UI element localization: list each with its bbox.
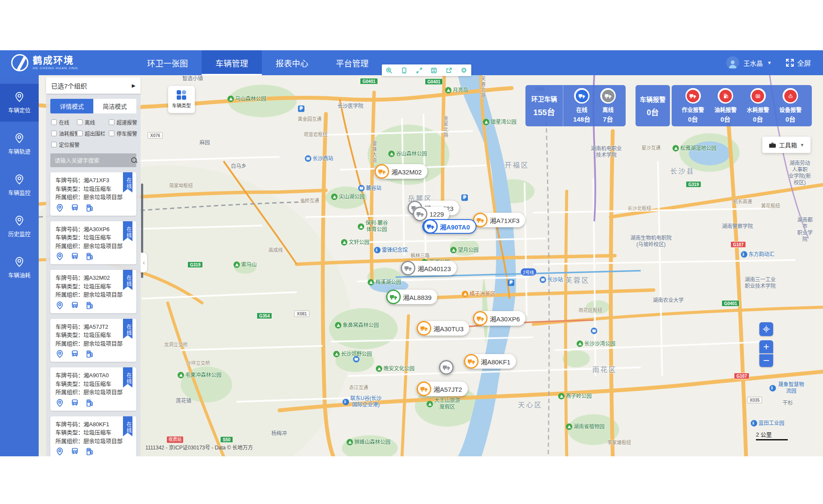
- fullscreen-button[interactable]: 全屏: [786, 58, 811, 68]
- fuel-icon[interactable]: [86, 204, 94, 212]
- checkbox-icon[interactable]: [51, 119, 57, 125]
- panel-collapse-handle[interactable]: ‹: [141, 253, 147, 272]
- filter-checkbox[interactable]: 在线: [51, 119, 77, 126]
- zoom-search-icon[interactable]: [386, 67, 393, 74]
- sidebar-item[interactable]: 车辆定位: [0, 84, 39, 122]
- offline-truck-icon: [600, 88, 616, 104]
- track-icon[interactable]: [71, 350, 79, 358]
- filter-checkbox[interactable]: 超出围栏: [77, 130, 109, 137]
- share-icon[interactable]: [445, 67, 452, 74]
- search-icon[interactable]: [131, 157, 137, 163]
- checkbox-icon[interactable]: [77, 131, 83, 136]
- zoom-in-button[interactable]: +: [759, 340, 773, 353]
- settings-icon[interactable]: ⚙: [460, 67, 467, 74]
- locate-pin-icon[interactable]: [55, 447, 64, 456]
- checkbox-icon[interactable]: [109, 119, 114, 125]
- track-icon[interactable]: [71, 301, 79, 310]
- track-icon[interactable]: [71, 399, 79, 407]
- vehicle-card[interactable]: 车牌号码：湘A90TA0 车辆类型：垃圾压缩车 所属组织：厨余垃圾项目部 在线: [50, 367, 136, 411]
- vehicle-marker[interactable]: 湘A90TA0: [422, 219, 476, 234]
- vehicle-card[interactable]: 车牌号码：湘A32M02 车辆类型：垃圾压缩车 所属组织：厨余垃圾项目部 在线: [50, 270, 136, 313]
- vehicle-marker[interactable]: 湘A57JT2: [417, 382, 468, 396]
- map-scale: 2 公里: [756, 430, 788, 440]
- locate-button[interactable]: [759, 322, 773, 336]
- road-shield: G107: [734, 373, 749, 379]
- mode-tab[interactable]: 简洁模式: [93, 99, 136, 113]
- track-icon[interactable]: [71, 204, 79, 212]
- vehicle-marker[interactable]: 湘A80KF1: [464, 354, 516, 369]
- filter-checkbox[interactable]: 停车报警: [109, 130, 137, 137]
- poi-icon: [331, 194, 338, 200]
- user-name[interactable]: 王水晶: [743, 58, 763, 67]
- chevron-down-icon[interactable]: ▼: [767, 60, 772, 65]
- zoom-out-button[interactable]: −: [759, 354, 773, 367]
- nav-tab[interactable]: 环卫一张图: [133, 50, 202, 75]
- filter-checkbox[interactable]: 油耗报警: [51, 130, 77, 137]
- alarm-total-value: 0台: [647, 106, 659, 117]
- avatar-icon[interactable]: [726, 56, 739, 69]
- vehicle-marker[interactable]: 湘AD40123: [401, 261, 457, 275]
- checkbox-icon[interactable]: [51, 131, 57, 136]
- sidebar-item[interactable]: 历史监控: [0, 208, 39, 245]
- vehicle-card[interactable]: 车牌号码：湘A57JT2 车辆类型：垃圾压缩车 所属组织：厨余垃圾项目部 在线: [50, 319, 136, 362]
- fuel-icon[interactable]: [86, 252, 94, 261]
- filter-checkbox[interactable]: 离线: [77, 119, 109, 126]
- alarm-stat: 设备报警 0台: [779, 88, 802, 123]
- track-icon[interactable]: [71, 252, 79, 261]
- vehicle-plate-label: 湘A80KF1: [481, 357, 510, 366]
- map-canvas[interactable]: 智造小镇 乌山森林公园 长沙医学院 黄金园互通 月亮岛 银星湾公园 观音岩枢纽 …: [39, 75, 823, 456]
- org-selector-header[interactable]: 已选7个组织 ▶: [46, 77, 141, 94]
- fuel-icon[interactable]: [86, 447, 94, 456]
- fuel-icon[interactable]: [86, 350, 94, 358]
- checkbox-icon[interactable]: [109, 131, 114, 136]
- filter-checkbox[interactable]: 定位报警: [51, 141, 77, 148]
- vehicle-plate-label: 湘AL8839: [403, 293, 432, 302]
- fuel-icon[interactable]: [86, 301, 94, 310]
- search-input[interactable]: [54, 157, 131, 164]
- vehicle-marker[interactable]: 湘A32M02: [375, 164, 427, 179]
- poi-icon: [461, 195, 468, 201]
- vehicle-org: 厨余垃圾项目部: [83, 194, 123, 200]
- sidebar-item[interactable]: 车辆轨迹: [0, 125, 39, 163]
- track-icon[interactable]: [71, 447, 79, 456]
- poi-icon: [462, 291, 468, 297]
- locate-pin-icon[interactable]: [55, 301, 64, 310]
- locate-pin-icon[interactable]: [55, 399, 64, 407]
- filter-checkbox[interactable]: 超速报警: [109, 119, 137, 126]
- poi-icon: [343, 399, 349, 405]
- sidebar-item[interactable]: 车辆油耗: [0, 249, 39, 287]
- search-box[interactable]: [50, 153, 136, 167]
- vehicle-marker[interactable]: 湘A71XF3: [473, 213, 525, 227]
- vehicle-marker[interactable]: 湘A30TU3: [417, 321, 469, 336]
- checkbox-icon[interactable]: [77, 119, 83, 125]
- vehicle-card[interactable]: 车牌号码：湘A80KF1 车辆类型：垃圾压缩车 所属组织：厨余垃圾项目部 在线: [50, 416, 136, 457]
- vehicle-type-button[interactable]: 车辆类型: [168, 86, 195, 113]
- vehicle-marker[interactable]: 湘AL8839: [386, 290, 437, 304]
- locate-pin-icon[interactable]: [55, 350, 64, 358]
- vehicle-truck-icon: [401, 261, 415, 275]
- sidebar-item-icon: [14, 257, 25, 268]
- toolbox-button[interactable]: 工具箱 ▼: [762, 137, 811, 153]
- map-label: 蓝田工业园: [751, 420, 784, 427]
- locate-pin-icon[interactable]: [55, 252, 64, 261]
- chevron-down-icon: ▼: [800, 143, 805, 147]
- map-fullscreen-icon[interactable]: [415, 67, 423, 74]
- vehicle-marker[interactable]: 湘A30XP6: [473, 311, 525, 326]
- nav-tab[interactable]: 报表中心: [262, 50, 322, 75]
- nav-tab[interactable]: 车辆管理: [202, 50, 262, 75]
- nav-tab[interactable]: 平台管理: [322, 50, 382, 75]
- map-label: 月亮岛: [445, 87, 468, 94]
- save-icon[interactable]: [430, 67, 438, 74]
- fuel-icon[interactable]: [86, 399, 94, 407]
- checkbox-icon[interactable]: [51, 142, 57, 147]
- vehicle-card[interactable]: 车牌号码：湘A71XF3 车辆类型：垃圾压缩车 所属组织：厨余垃圾项目部 在线: [50, 172, 136, 216]
- sidebar-item[interactable]: 车辆监控: [0, 166, 39, 204]
- expand-arrow-icon[interactable]: ▶: [132, 83, 135, 89]
- mode-tab[interactable]: 详情模式: [50, 99, 93, 113]
- map-label: 观音岩枢纽: [304, 132, 328, 138]
- locate-pin-icon[interactable]: [55, 204, 64, 212]
- fullscreen-icon: [786, 58, 794, 67]
- vehicle-card[interactable]: 车牌号码：湘A30XP6 车辆类型：垃圾压缩车 所属组织：厨余垃圾项目部 在线: [50, 221, 136, 265]
- vehicle-marker[interactable]: [439, 360, 454, 375]
- screenshot-icon[interactable]: [400, 67, 408, 74]
